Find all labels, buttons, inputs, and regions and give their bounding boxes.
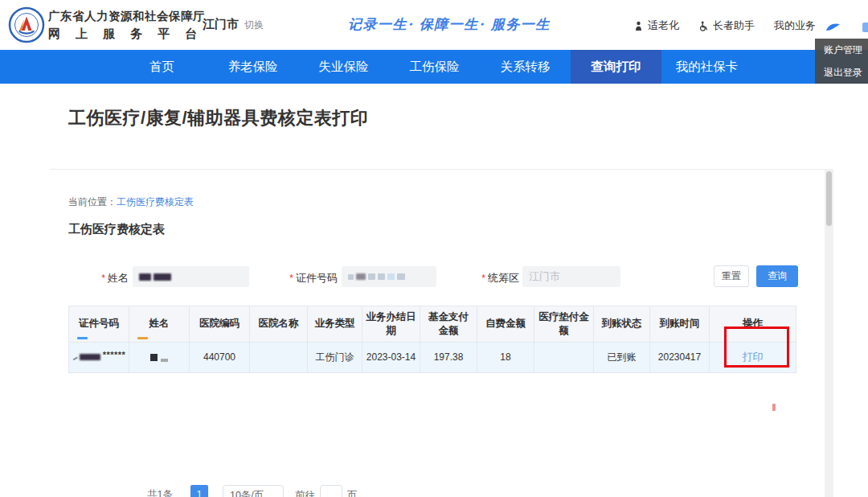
cell-business-type: 工伤门诊 <box>308 342 362 372</box>
redacted-name-block <box>139 273 151 281</box>
name-field-label: *姓名 <box>76 271 129 285</box>
cell-arrive-time: 20230417 <box>650 342 710 372</box>
nav-item-work-injury[interactable]: 工伤保险 <box>389 50 480 84</box>
col-hospital-code: 医院编码 <box>190 306 250 343</box>
gov-logo-icon <box>8 6 45 47</box>
pagination-page-unit: 页 <box>347 485 358 497</box>
cell-arrive-status: 已到账 <box>594 342 650 372</box>
cell-hospital-name <box>250 342 308 372</box>
col-hospital-name: 医院名称 <box>250 306 308 343</box>
cell-self-amount: 18 <box>477 342 534 372</box>
breadcrumb: 当前位置：工伤医疗费核定表 <box>68 195 194 209</box>
table-row: ****** 440700 工伤门诊 2023-03-14 197.38 18 … <box>69 342 796 372</box>
redacted-id-block <box>348 274 354 280</box>
pagination-page-size-select[interactable]: 10条/页 <box>223 485 284 497</box>
required-mark: * <box>101 273 105 284</box>
col-arrive-time: 到账时间 <box>650 306 710 343</box>
name-input[interactable] <box>133 266 249 287</box>
sort-indicator <box>137 337 148 339</box>
elder-helper-link[interactable]: 长者助手 <box>698 18 755 33</box>
col-fund-amount: 基金支付金额 <box>420 306 477 343</box>
redacted-id-block <box>387 273 395 280</box>
current-city: 江门市 <box>203 17 239 31</box>
slogan: 记录一生· 保障一生· 服务一生 <box>348 15 551 34</box>
redacted-id-block <box>378 273 385 280</box>
elder-helper-label: 长者助手 <box>713 18 755 33</box>
wheelchair-icon <box>698 21 709 31</box>
main-nav: 首页 养老保险 失业保险 工伤保险 关系转移 查询打印 我的社保卡 <box>0 50 868 84</box>
breadcrumb-label: 当前位置： <box>68 196 117 207</box>
nav-item-transfer[interactable]: 关系转移 <box>480 50 571 84</box>
top-header: 广东省人力资源和社会保障厅 网上服务平台 江门市切换 记录一生· 保障一生· 服… <box>0 0 868 50</box>
red-annotation-box <box>724 327 789 368</box>
required-mark: * <box>481 273 485 284</box>
header-links: 适老化 长者助手 我的业务 <box>633 18 816 33</box>
panel-divider <box>50 169 825 170</box>
redacted-name-block <box>150 354 158 361</box>
region-field-label: *统筹区 <box>465 271 519 285</box>
scrollbar-track[interactable] <box>825 169 833 497</box>
result-table: 证件号码 姓名 医院编码 医院名称 业务类型 业务办结日期 基金支付金额 自费金… <box>68 306 796 373</box>
account-dropdown: 账户管理 退出登录 <box>815 39 868 84</box>
my-business-label: 我的业务 <box>774 18 816 33</box>
redacted-mark <box>72 355 78 360</box>
nav-item-home[interactable]: 首页 <box>117 50 207 84</box>
page-title: 工伤医疗/康复/辅助器具费核定表打印 <box>68 106 368 130</box>
org-name: 广东省人力资源和社会保障厅 <box>48 9 212 24</box>
id-input[interactable] <box>342 266 436 287</box>
sort-indicator <box>77 337 88 339</box>
reset-button[interactable]: 重置 <box>714 265 749 287</box>
table-header-row: 证件号码 姓名 医院编码 医院名称 业务类型 业务办结日期 基金支付金额 自费金… <box>69 306 796 343</box>
pagination: 共1条 1 10条/页 前往 页 <box>147 485 357 497</box>
pagination-goto-label: 前往 <box>295 485 315 497</box>
section-title: 工伤医疗费核定表 <box>68 222 165 237</box>
scrollbar-thumb[interactable] <box>826 171 832 226</box>
col-arrive-status: 到账状态 <box>594 306 650 343</box>
nav-item-query-print[interactable]: 查询打印 <box>571 50 661 84</box>
elder-mode-label: 适老化 <box>648 18 679 33</box>
elder-mode-link[interactable]: 适老化 <box>633 18 679 33</box>
cell-advance-amount <box>534 342 594 372</box>
cell-settle-date: 2023-03-14 <box>362 342 420 372</box>
org-platform: 网上服务平台 <box>48 27 212 42</box>
my-business-link[interactable]: 我的业务 <box>774 18 816 33</box>
col-id-number: 证件号码 <box>69 306 129 343</box>
region-value: 江门市 <box>529 269 560 284</box>
cell-fund-amount: 197.38 <box>420 342 477 372</box>
nav-item-unemployment[interactable]: 失业保险 <box>298 50 389 84</box>
account-manage-item[interactable]: 账户管理 <box>815 39 868 61</box>
masked-digits: ****** <box>103 350 126 359</box>
redacted-id-block <box>368 273 375 280</box>
avatar-swoosh-icon[interactable] <box>825 22 842 36</box>
id-field-label: *证件号码 <box>281 271 338 285</box>
col-settle-date: 业务办结日期 <box>362 306 420 343</box>
edge-icon-sliver <box>862 23 868 32</box>
redacted-id-block <box>80 354 100 360</box>
screen: 广东省人力资源和社会保障厅 网上服务平台 江门市切换 记录一生· 保障一生· 服… <box>0 0 868 497</box>
switch-city-link[interactable]: 切换 <box>244 19 264 31</box>
nav-item-social-card[interactable]: 我的社保卡 <box>661 50 752 84</box>
red-tick-mark <box>772 404 776 411</box>
org-title: 广东省人力资源和社会保障厅 网上服务平台 <box>48 9 212 42</box>
col-advance-amount: 医疗垫付金额 <box>534 306 594 343</box>
city-selector: 江门市切换 <box>203 17 264 32</box>
redacted-id-block <box>356 273 366 280</box>
redacted-name-block <box>161 359 168 362</box>
col-self-amount: 自费金额 <box>477 306 534 343</box>
required-mark: * <box>289 273 293 284</box>
search-button[interactable]: 查询 <box>756 265 798 287</box>
pagination-page-1[interactable]: 1 <box>190 485 208 497</box>
logout-item[interactable]: 退出登录 <box>815 61 868 84</box>
elder-mode-icon <box>633 21 644 31</box>
region-input[interactable]: 江门市 <box>522 266 620 287</box>
breadcrumb-current-link[interactable]: 工伤医疗费核定表 <box>117 196 194 207</box>
cell-id-number: ****** <box>69 342 129 372</box>
nav-item-pension[interactable]: 养老保险 <box>207 50 298 84</box>
redacted-name-block <box>154 273 171 281</box>
cell-hospital-code: 440700 <box>190 342 250 372</box>
pagination-goto-input[interactable] <box>320 485 342 497</box>
redacted-id-block <box>397 273 405 280</box>
cell-name <box>129 342 190 372</box>
col-business-type: 业务类型 <box>308 306 362 343</box>
pagination-total: 共1条 <box>147 485 173 497</box>
